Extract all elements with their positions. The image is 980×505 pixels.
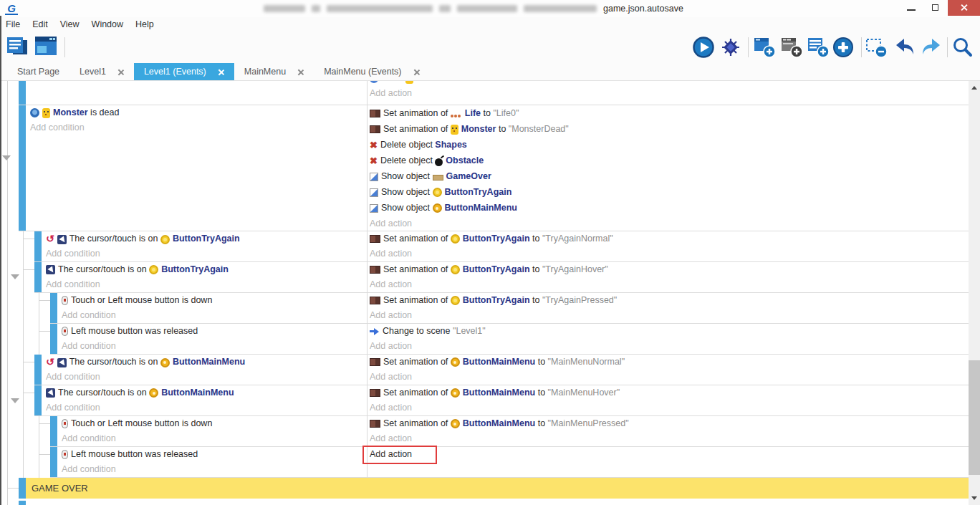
action-set-animation[interactable]: Set animation of ButtonTryAgain to "TryA… xyxy=(367,262,969,277)
event-mouse-released-tryagain[interactable]: Left mouse button was released Add condi… xyxy=(50,324,969,355)
undo-icon[interactable] xyxy=(893,36,916,59)
event-cursor-on-mainmenu[interactable]: The cursor/touch is on ButtonMainMenu Ad… xyxy=(34,385,969,416)
action-delete-object[interactable]: Delete object Shapes xyxy=(367,137,969,153)
blurred-project-path xyxy=(524,5,597,12)
action-set-animation[interactable]: Set animation of ButtonTryAgain to "TryA… xyxy=(367,293,969,308)
event-mouse-down-tryagain[interactable]: Touch or Left mouse button is down Add c… xyxy=(50,293,969,324)
add-event-icon[interactable] xyxy=(753,36,776,59)
event-mouse-down-mainmenu[interactable]: Touch or Left mouse button is down Add c… xyxy=(50,416,969,447)
event-monster-is-dead[interactable]: Monster is dead Add condition Set animat… xyxy=(19,105,969,231)
action-show-object[interactable]: Show object ButtonMainMenu xyxy=(367,200,969,216)
button-tryagain-icon xyxy=(451,234,460,244)
play-icon[interactable] xyxy=(692,36,715,59)
tab-level1[interactable]: Level1 xyxy=(69,63,134,80)
comment-game-over[interactable]: GAME OVER xyxy=(19,478,969,499)
blurred-project-path xyxy=(457,5,517,12)
add-action-button[interactable]: Add action xyxy=(367,246,969,261)
button-tryagain-icon xyxy=(160,235,170,244)
collapse-arrow-icon[interactable] xyxy=(2,155,11,160)
add-action-button[interactable]: Add action xyxy=(367,370,969,385)
obstacle-icon xyxy=(435,158,443,166)
menu-view[interactable]: View xyxy=(60,19,80,29)
remove-event-icon[interactable] xyxy=(865,36,888,59)
set-animation-icon xyxy=(370,389,380,397)
event-cursor-on-mainmenu-inverted[interactable]: The cursor/touch is on ButtonMainMenu Ad… xyxy=(34,355,969,385)
action-delete-object[interactable]: Delete object Obstacle xyxy=(367,153,969,168)
action-change-scene[interactable]: Change to scene "Level1" xyxy=(367,324,969,339)
add-action-button[interactable]: Add action xyxy=(367,400,969,415)
collapse-arrow-icon[interactable] xyxy=(11,274,19,279)
event-selection-bar xyxy=(34,385,42,415)
action-show-object[interactable]: Show object GameOver xyxy=(367,168,969,184)
window-border xyxy=(0,16,1,505)
mouse-icon xyxy=(62,419,68,428)
action-set-animation[interactable]: Set animation of ButtonTryAgain to "TryA… xyxy=(367,231,969,246)
close-icon[interactable] xyxy=(297,69,304,75)
window-title-text: game.json.autosave xyxy=(603,4,683,14)
cursor-touch-icon xyxy=(57,235,67,244)
add-action-button[interactable]: Add action xyxy=(367,86,969,101)
add-comment-icon[interactable] xyxy=(807,36,830,59)
window-title: game.json.autosave xyxy=(264,4,683,14)
action-set-animation[interactable]: Set animation of ButtonMainMenu to "Main… xyxy=(367,355,969,370)
collapse-arrow-icon[interactable] xyxy=(11,398,19,403)
event-cursor-on-tryagain-inverted[interactable]: The cursor/touch is on ButtonTryAgain Ad… xyxy=(34,231,969,262)
set-animation-icon xyxy=(370,266,380,274)
event-mouse-released-mainmenu[interactable]: Left mouse button was released Add condi… xyxy=(50,447,969,478)
scroll-up-icon[interactable] xyxy=(971,86,977,90)
menu-help[interactable]: Help xyxy=(135,19,154,29)
event-cursor-on-tryagain[interactable]: The cursor/touch is on ButtonTryAgain Ad… xyxy=(34,262,969,293)
invert-condition-icon xyxy=(46,355,54,370)
tab-mainmenu-events[interactable]: MainMenu (Events) xyxy=(314,63,429,80)
close-icon[interactable] xyxy=(413,69,420,75)
action-set-animation[interactable]: Set animation of Monster to "MonsterDead… xyxy=(367,121,969,137)
restore-button[interactable] xyxy=(923,0,948,16)
vertical-scrollbar[interactable] xyxy=(969,81,980,505)
set-animation-icon xyxy=(370,235,380,243)
menu-edit[interactable]: Edit xyxy=(32,19,48,29)
close-button[interactable] xyxy=(948,0,980,16)
minimize-button[interactable] xyxy=(899,0,923,16)
invert-condition-icon xyxy=(46,231,54,246)
tab-level1-events[interactable]: Level1 (Events) xyxy=(134,63,234,80)
project-manager-icon[interactable] xyxy=(6,36,29,59)
menu-window[interactable]: Window xyxy=(92,19,123,29)
tab-bar: Start Page Level1 Level1 (Events) MainMe… xyxy=(0,63,980,81)
add-sub-event-icon[interactable] xyxy=(780,36,803,59)
scrollbar-thumb[interactable] xyxy=(969,360,980,475)
button-mainmenu-icon xyxy=(160,358,170,367)
tab-start-page[interactable]: Start Page xyxy=(7,63,69,80)
change-scene-icon xyxy=(370,328,380,335)
close-icon[interactable] xyxy=(117,69,124,75)
search-icon[interactable] xyxy=(951,36,974,59)
add-action-button[interactable]: Add action xyxy=(367,308,969,323)
show-object-icon xyxy=(370,173,378,181)
tree-line xyxy=(7,81,8,505)
action-set-animation[interactable]: Set animation of Life to "Life0" xyxy=(367,105,969,121)
scene-editor-window-icon[interactable] xyxy=(34,36,57,59)
button-tryagain-icon xyxy=(149,265,158,274)
action-show-object[interactable]: Show object ButtonTryAgain xyxy=(367,184,969,200)
add-action-button-highlighted[interactable]: Add action xyxy=(367,447,969,462)
add-action-button[interactable]: Add action xyxy=(367,277,969,292)
add-action-button[interactable]: Add action xyxy=(367,431,969,446)
event-row[interactable]: Add condition Make Monster blink for 1.5… xyxy=(19,81,969,105)
blink-icon xyxy=(370,81,378,83)
debug-icon[interactable] xyxy=(719,36,742,59)
add-action-button[interactable]: Add action xyxy=(367,216,969,231)
action-blink[interactable]: Make Monster blink for 1.5 seconds xyxy=(367,81,969,86)
blurred-project-path xyxy=(312,5,320,12)
action-set-animation[interactable]: Set animation of ButtonMainMenu to "Main… xyxy=(367,416,969,431)
redo-icon[interactable] xyxy=(920,36,943,59)
menu-file[interactable]: File xyxy=(6,19,20,29)
tab-mainmenu[interactable]: MainMenu xyxy=(234,63,314,80)
add-action-button[interactable]: Add action xyxy=(367,339,969,354)
action-set-animation[interactable]: Set animation of ButtonMainMenu to "Main… xyxy=(367,385,969,400)
delete-icon xyxy=(370,138,378,153)
close-icon[interactable] xyxy=(218,69,224,75)
event-selection-bar xyxy=(19,478,26,499)
mouse-icon xyxy=(62,296,68,305)
highlight-red-box xyxy=(362,446,437,464)
scroll-down-icon[interactable] xyxy=(971,496,977,500)
add-event-circle-icon[interactable] xyxy=(832,36,855,59)
